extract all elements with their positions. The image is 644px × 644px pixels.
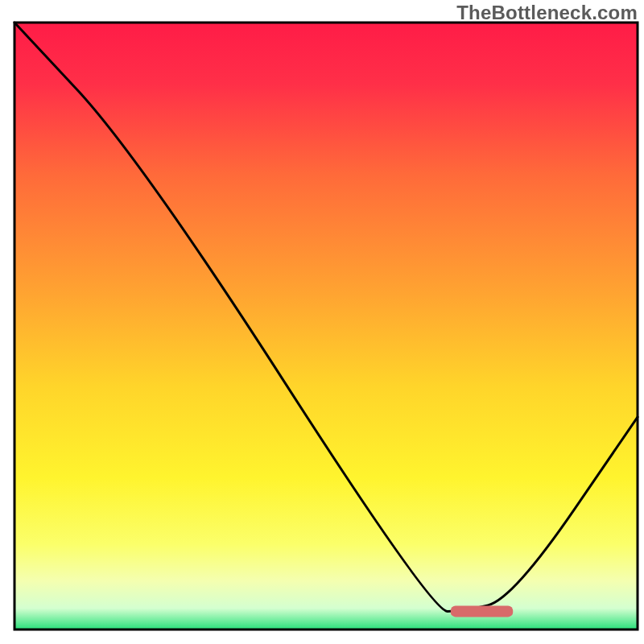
plot-background [14,23,638,630]
chart-frame: TheBottleneck.com [0,0,644,644]
optimal-range-bar [451,605,513,617]
bottleneck-chart [0,0,644,644]
watermark-text: TheBottleneck.com [456,2,638,24]
